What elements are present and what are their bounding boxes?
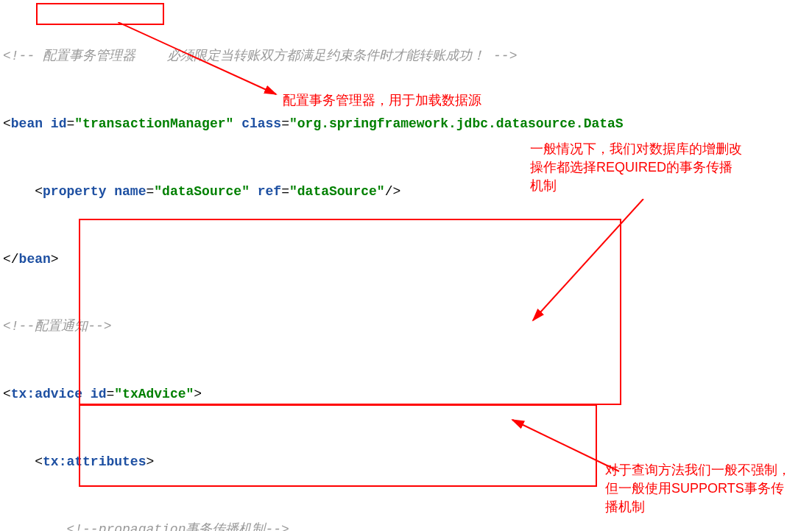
comment-text: 配置通知 [35,319,88,334]
code-line: <!--propagation事务传播机制--> [3,518,809,531]
code-line: <tx:advice id="txAdvice"> [3,383,809,406]
code-line: </bean> [3,248,809,271]
attr-value: transactionManager [82,116,225,131]
annotation-3: 对于查询方法我们一般不强制，但一般使用SUPPORTS事务传播机制 [605,461,797,517]
attr-value: dataSource [162,184,241,199]
code-editor[interactable]: <!-- 配置事务管理器 必须限定当转账双方都满足约束条件时才能转账成功！ --… [0,0,812,531]
attr-value: org.springframework.jdbc.datasource.Data… [297,116,624,131]
comment-text: 必须限定当转账双方都满足约束条件时才能转账成功！ [167,49,485,63]
annotation-2: 一般情况下，我们对数据库的增删改操作都选择REQUIRED的事务传播机制 [530,140,744,196]
code-line: <!--配置通知--> [3,315,809,338]
comment-text: 配置事务管理器 [43,49,135,63]
attr-value: txAdvice [122,387,186,401]
code-line: <!-- 配置事务管理器 必须限定当转账双方都满足约束条件时才能转账成功！ --… [3,45,809,68]
comment-text: propagation事务传播机制 [99,522,266,531]
code-line: <bean id="transactionManager" class="org… [3,113,809,136]
attr-value: dataSource [297,184,377,199]
annotation-1: 配置事务管理器，用于加载数据源 [283,91,481,110]
